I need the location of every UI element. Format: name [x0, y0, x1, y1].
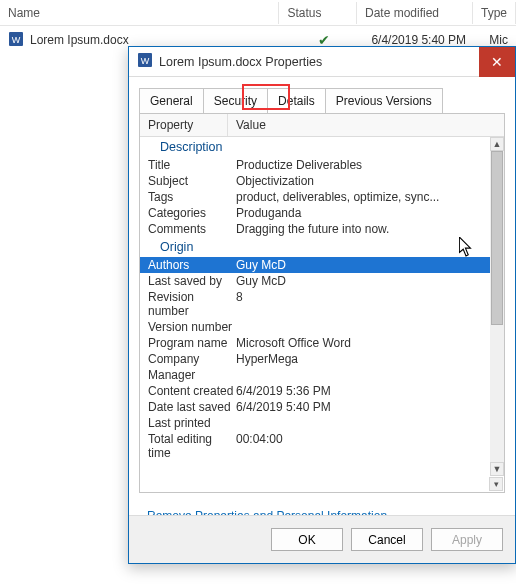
property-row[interactable]: Program nameMicrosoft Office Word: [140, 335, 490, 351]
property-name: Tags: [148, 190, 236, 204]
property-name: Last printed: [148, 416, 236, 430]
tab-previous-versions[interactable]: Previous Versions: [326, 88, 443, 114]
scroll-down-button[interactable]: ▼: [490, 462, 504, 476]
file-name: Lorem Ipsum.docx: [30, 33, 129, 47]
dialog-title: Lorem Ipsum.docx Properties: [159, 55, 479, 69]
property-value[interactable]: 8: [236, 290, 490, 318]
property-name: Version number: [148, 320, 236, 334]
details-scroll-area[interactable]: Description TitleProductize Deliverables…: [140, 137, 490, 476]
property-value[interactable]: [236, 416, 490, 430]
scroll-up-button[interactable]: ▲: [490, 137, 504, 151]
scroll-thumb[interactable]: [491, 151, 503, 325]
property-name: Categories: [148, 206, 236, 220]
grid-header: Property Value: [140, 114, 504, 137]
close-button[interactable]: ✕: [479, 47, 515, 77]
property-value[interactable]: [236, 368, 490, 382]
word-doc-icon: W: [137, 52, 153, 71]
grid-header-property[interactable]: Property: [140, 114, 228, 136]
tab-security[interactable]: Security: [204, 88, 268, 114]
tab-general[interactable]: General: [139, 88, 204, 114]
property-name: Last saved by: [148, 274, 236, 288]
property-row[interactable]: CompanyHyperMega: [140, 351, 490, 367]
svg-text:W: W: [12, 35, 21, 45]
property-value[interactable]: product, deliverables, optimize, sync...: [236, 190, 490, 204]
property-name: Program name: [148, 336, 236, 350]
property-value[interactable]: Guy McD: [236, 274, 490, 288]
scroll-corner-down-button[interactable]: ▾: [489, 477, 503, 491]
property-row[interactable]: Last saved byGuy McD: [140, 273, 490, 289]
property-row[interactable]: CommentsDragging the future into now.: [140, 221, 490, 237]
cancel-button[interactable]: Cancel: [351, 528, 423, 551]
property-name: Total editing time: [148, 432, 236, 460]
property-name: Company: [148, 352, 236, 366]
property-row[interactable]: Version number: [140, 319, 490, 335]
property-value[interactable]: [236, 320, 490, 334]
property-row[interactable]: Last printed: [140, 415, 490, 431]
dialog-tabs: General Security Details Previous Versio…: [139, 87, 505, 113]
property-value[interactable]: Produganda: [236, 206, 490, 220]
property-row[interactable]: Content created6/4/2019 5:36 PM: [140, 383, 490, 399]
grid-header-value[interactable]: Value: [228, 114, 504, 136]
word-doc-icon: W: [8, 31, 24, 50]
property-value[interactable]: Productize Deliverables: [236, 158, 490, 172]
scroll-track[interactable]: [490, 151, 504, 462]
chevron-down-icon: ▼: [493, 464, 502, 474]
property-row[interactable]: CategoriesProduganda: [140, 205, 490, 221]
ok-button[interactable]: OK: [271, 528, 343, 551]
explorer-column-header: Name Status Date modified Type: [0, 0, 516, 26]
property-name: Title: [148, 158, 236, 172]
dialog-button-bar: OK Cancel Apply: [129, 515, 515, 563]
property-value[interactable]: Guy McD: [236, 258, 490, 272]
property-name: Comments: [148, 222, 236, 236]
column-header-name[interactable]: Name: [0, 2, 279, 24]
property-row[interactable]: TitleProductize Deliverables: [140, 157, 490, 173]
column-header-status[interactable]: Status: [279, 2, 357, 24]
property-row[interactable]: Total editing time00:04:00: [140, 431, 490, 461]
property-value[interactable]: 6/4/2019 5:40 PM: [236, 400, 490, 414]
property-row[interactable]: AuthorsGuy McD: [140, 257, 490, 273]
property-name: Revision number: [148, 290, 236, 318]
column-header-type[interactable]: Type: [473, 2, 516, 24]
property-name: Manager: [148, 368, 236, 382]
property-name: Authors: [148, 258, 236, 272]
property-value[interactable]: 00:04:00: [236, 432, 490, 460]
property-row[interactable]: Tagsproduct, deliverables, optimize, syn…: [140, 189, 490, 205]
svg-text:W: W: [141, 56, 150, 66]
details-sheet: Property Value Description TitleProducti…: [139, 113, 505, 493]
property-value[interactable]: Microsoft Office Word: [236, 336, 490, 350]
dialog-titlebar[interactable]: W Lorem Ipsum.docx Properties ✕: [129, 47, 515, 77]
vertical-scrollbar[interactable]: ▲ ▼: [490, 137, 504, 476]
property-name: Content created: [148, 384, 236, 398]
property-value[interactable]: Objectivization: [236, 174, 490, 188]
section-header-origin: Origin: [140, 237, 490, 257]
section-header-description: Description: [140, 137, 490, 157]
property-row[interactable]: Revision number8: [140, 289, 490, 319]
property-name: Date last saved: [148, 400, 236, 414]
property-row[interactable]: Date last saved6/4/2019 5:40 PM: [140, 399, 490, 415]
column-header-date[interactable]: Date modified: [357, 2, 473, 24]
property-value[interactable]: HyperMega: [236, 352, 490, 366]
property-row[interactable]: SubjectObjectivization: [140, 173, 490, 189]
tab-details[interactable]: Details: [268, 88, 326, 114]
property-value[interactable]: Dragging the future into now.: [236, 222, 490, 236]
apply-button[interactable]: Apply: [431, 528, 503, 551]
close-icon: ✕: [491, 54, 503, 70]
properties-dialog: W Lorem Ipsum.docx Properties ✕ General …: [128, 46, 516, 564]
property-name: Subject: [148, 174, 236, 188]
chevron-down-icon: ▾: [494, 479, 499, 489]
property-value[interactable]: 6/4/2019 5:36 PM: [236, 384, 490, 398]
chevron-up-icon: ▲: [493, 139, 502, 149]
property-row[interactable]: Manager: [140, 367, 490, 383]
